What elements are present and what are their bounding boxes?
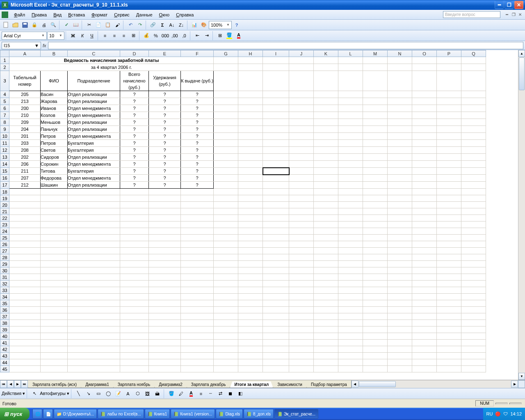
cell[interactable] bbox=[263, 274, 289, 281]
cell[interactable] bbox=[41, 195, 68, 202]
cell[interactable] bbox=[289, 168, 314, 175]
fx-icon[interactable]: fx bbox=[43, 43, 46, 48]
cell[interactable] bbox=[314, 154, 338, 161]
col-header-C[interactable]: C bbox=[68, 50, 120, 57]
oval-button[interactable]: ◯ bbox=[104, 389, 113, 398]
cell[interactable] bbox=[181, 228, 214, 235]
row-header[interactable]: 21 bbox=[0, 208, 9, 215]
line-button[interactable]: ╲ bbox=[74, 389, 83, 398]
cell[interactable] bbox=[181, 340, 214, 346]
cell-a[interactable]: ? bbox=[120, 91, 149, 98]
cell-b[interactable]: ? bbox=[149, 112, 181, 119]
cell[interactable] bbox=[338, 161, 363, 168]
cell[interactable] bbox=[437, 294, 461, 300]
cell[interactable] bbox=[41, 353, 68, 359]
cell[interactable] bbox=[412, 366, 437, 372]
cell[interactable] bbox=[388, 281, 412, 287]
cell[interactable] bbox=[149, 241, 181, 248]
cell[interactable] bbox=[214, 248, 238, 254]
row-header[interactable]: 14 bbox=[0, 161, 9, 168]
cell[interactable] bbox=[238, 294, 263, 300]
cell[interactable] bbox=[461, 202, 486, 208]
cell-c[interactable]: ? bbox=[181, 126, 214, 133]
cell[interactable] bbox=[388, 300, 412, 307]
cell[interactable] bbox=[181, 281, 214, 287]
cell[interactable] bbox=[461, 228, 486, 235]
col-header-H[interactable]: H bbox=[238, 50, 263, 57]
cell-fio[interactable]: Иванов bbox=[41, 105, 68, 112]
cell[interactable] bbox=[238, 313, 263, 320]
cell[interactable] bbox=[314, 64, 338, 71]
cell[interactable] bbox=[338, 359, 363, 366]
cell[interactable] bbox=[238, 154, 263, 161]
cell[interactable] bbox=[41, 228, 68, 235]
cell[interactable] bbox=[412, 281, 437, 287]
cell[interactable] bbox=[437, 71, 461, 91]
cell[interactable] bbox=[289, 161, 314, 168]
cell[interactable] bbox=[149, 261, 181, 267]
cell[interactable] bbox=[214, 326, 238, 333]
cell[interactable] bbox=[437, 287, 461, 294]
menu-правка[interactable]: Правка bbox=[28, 11, 50, 18]
cell[interactable] bbox=[363, 161, 388, 168]
doc-close-button[interactable]: ✕ bbox=[517, 12, 523, 18]
cell[interactable] bbox=[338, 287, 363, 294]
row-header[interactable]: 5 bbox=[0, 98, 9, 105]
cell[interactable] bbox=[120, 248, 149, 254]
scroll-left-button[interactable]: ◀ bbox=[352, 381, 358, 388]
cell[interactable] bbox=[263, 267, 289, 274]
cell[interactable] bbox=[437, 202, 461, 208]
cell[interactable] bbox=[314, 195, 338, 202]
cell[interactable] bbox=[363, 147, 388, 154]
cell[interactable] bbox=[338, 133, 363, 140]
cell[interactable] bbox=[461, 140, 486, 147]
cell[interactable] bbox=[338, 326, 363, 333]
cell[interactable] bbox=[9, 215, 41, 221]
col-header-P[interactable]: P bbox=[437, 50, 461, 57]
cell[interactable] bbox=[437, 182, 461, 189]
cell-b[interactable]: ? bbox=[149, 105, 181, 112]
cell[interactable] bbox=[437, 161, 461, 168]
cell[interactable] bbox=[412, 189, 437, 195]
cell[interactable] bbox=[289, 340, 314, 346]
cell[interactable] bbox=[181, 359, 214, 366]
comma-button[interactable]: 000 bbox=[161, 31, 170, 40]
cell[interactable] bbox=[214, 91, 238, 98]
cell[interactable] bbox=[289, 221, 314, 228]
cell-num[interactable]: 210 bbox=[9, 112, 41, 119]
cell[interactable] bbox=[412, 57, 437, 64]
cell[interactable] bbox=[120, 208, 149, 215]
cell-b[interactable]: ? bbox=[149, 140, 181, 147]
row-header[interactable]: 8 bbox=[0, 119, 9, 126]
row-header[interactable]: 32 bbox=[0, 281, 9, 287]
cell[interactable] bbox=[314, 313, 338, 320]
cell[interactable] bbox=[388, 154, 412, 161]
cell-b[interactable]: ? bbox=[149, 91, 181, 98]
cell[interactable] bbox=[263, 119, 289, 126]
cell[interactable] bbox=[214, 235, 238, 241]
cell[interactable] bbox=[388, 353, 412, 359]
cell[interactable] bbox=[149, 281, 181, 287]
cell[interactable] bbox=[338, 202, 363, 208]
quick-launch-icon[interactable]: 🌐 bbox=[32, 409, 42, 419]
cell[interactable] bbox=[388, 189, 412, 195]
cell[interactable] bbox=[437, 313, 461, 320]
cell[interactable] bbox=[263, 340, 289, 346]
decrease-indent-button[interactable]: ⇤ bbox=[193, 31, 202, 40]
cell[interactable] bbox=[41, 333, 68, 340]
cell[interactable] bbox=[461, 161, 486, 168]
taskbar-item[interactable]: 📗Книга1 bbox=[145, 409, 170, 419]
cell[interactable] bbox=[314, 168, 338, 175]
cell[interactable] bbox=[289, 294, 314, 300]
scroll-down-button[interactable]: ▼ bbox=[518, 373, 525, 380]
cell[interactable] bbox=[214, 215, 238, 221]
col-header-Q[interactable]: Q bbox=[461, 50, 486, 57]
cell[interactable] bbox=[238, 208, 263, 215]
borders-button[interactable]: ⊞ bbox=[215, 31, 224, 40]
row-header[interactable]: 45 bbox=[0, 366, 9, 372]
cell[interactable] bbox=[238, 320, 263, 326]
cell[interactable] bbox=[412, 133, 437, 140]
cell[interactable] bbox=[263, 91, 289, 98]
cell[interactable] bbox=[437, 112, 461, 119]
print-button[interactable]: 🖨 bbox=[39, 21, 48, 30]
